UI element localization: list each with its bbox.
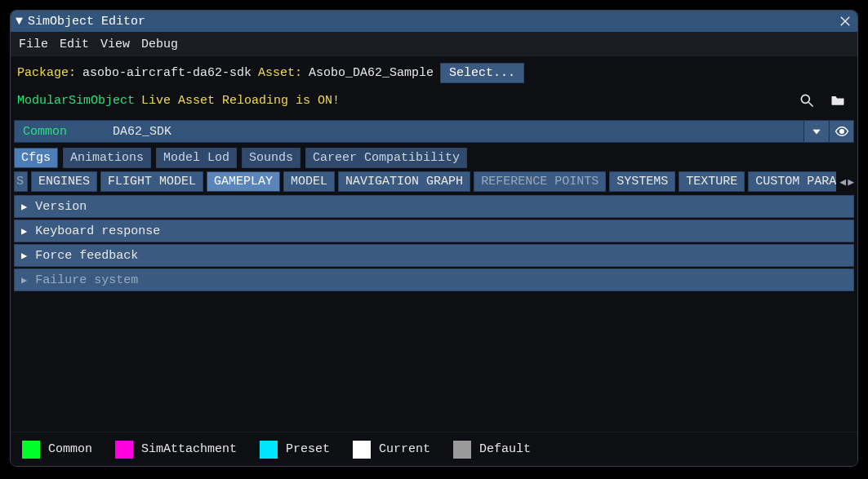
subtab-reference-points[interactable]: REFERENCE POINTS xyxy=(474,171,606,192)
subtab-engines[interactable]: ENGINES xyxy=(31,171,97,192)
menu-file[interactable]: File xyxy=(19,38,48,51)
package-label: Package: xyxy=(17,66,76,80)
editor-window: ▼ SimObject Editor File Edit View Debug … xyxy=(10,10,858,467)
expand-icon: ▶ xyxy=(21,274,27,286)
subtab-custom-parameters[interactable]: CUSTOM PARAMETERS xyxy=(748,171,836,192)
section-label: Failure system xyxy=(35,273,138,287)
tab-sounds[interactable]: Sounds xyxy=(242,148,300,168)
svg-point-0 xyxy=(801,95,809,103)
subtab-model[interactable]: MODEL xyxy=(283,171,335,192)
window-title: SimObject Editor xyxy=(28,15,145,29)
titlebar[interactable]: ▼ SimObject Editor xyxy=(11,11,857,32)
tab-animations[interactable]: Animations xyxy=(63,148,151,168)
swatch-preset xyxy=(260,441,278,459)
menu-debug[interactable]: Debug xyxy=(141,38,178,51)
close-icon xyxy=(838,13,852,29)
legend-default: Default xyxy=(453,441,531,459)
collapse-icon[interactable]: ▼ xyxy=(16,15,23,29)
legend-label: SimAttachment xyxy=(141,442,237,456)
preset-dropdown-button[interactable] xyxy=(803,121,828,142)
section-list: ▶Version▶Keyboard response▶Force feedbac… xyxy=(11,193,857,432)
section-label: Keyboard response xyxy=(35,224,160,238)
legend-current: Current xyxy=(353,441,430,459)
expand-icon: ▶ xyxy=(21,225,27,237)
section-keyboard-response[interactable]: ▶Keyboard response xyxy=(14,220,854,242)
preset-visibility-button[interactable] xyxy=(829,121,853,142)
subtab-navigation-graph[interactable]: NAVIGATION GRAPH xyxy=(338,171,470,192)
info-strip: Package: asobo-aircraft-da62-sdk Asset: … xyxy=(11,56,857,118)
search-button[interactable] xyxy=(799,92,815,109)
sub-tabstrip: SENGINESFLIGHT MODELGAMEPLAYMODELNAVIGAT… xyxy=(11,170,857,193)
asset-value: Asobo_DA62_Sample xyxy=(309,66,434,80)
modular-label: ModularSimObject xyxy=(17,94,135,108)
subtab-flight-model[interactable]: FLIGHT MODEL xyxy=(100,171,203,192)
expand-icon: ▶ xyxy=(21,250,27,262)
close-button[interactable] xyxy=(838,14,852,29)
legend-bar: CommonSimAttachmentPresetCurrentDefault xyxy=(11,432,857,466)
reload-status: Live Asset Reloading is ON! xyxy=(141,94,340,108)
menu-bar: File Edit View Debug xyxy=(11,32,857,56)
legend-label: Default xyxy=(479,442,531,456)
subtab-systems[interactable]: SYSTEMS xyxy=(609,171,675,192)
tab-career-compatibility[interactable]: Career Compatibility xyxy=(305,148,467,168)
tab-cfgs[interactable]: Cfgs xyxy=(14,148,58,168)
swatch-common xyxy=(22,441,40,459)
subtab-scroll-arrows[interactable]: ◀ ▶ xyxy=(836,175,854,188)
legend-preset: Preset xyxy=(260,441,330,459)
preset-name: DA62_SDK xyxy=(113,125,803,139)
section-failure-system[interactable]: ▶Failure system xyxy=(14,268,854,291)
search-icon xyxy=(799,92,815,109)
folder-icon xyxy=(830,92,846,109)
legend-label: Current xyxy=(379,442,430,456)
legend-label: Preset xyxy=(286,442,330,456)
swatch-default xyxy=(453,441,471,459)
section-force-feedback[interactable]: ▶Force feedback xyxy=(14,244,854,267)
scroll-left-icon[interactable]: ◀ xyxy=(839,175,846,188)
legend-simatt: SimAttachment xyxy=(115,441,237,459)
menu-view[interactable]: View xyxy=(100,38,130,51)
swatch-simatt xyxy=(115,441,133,459)
swatch-current xyxy=(353,441,371,459)
scroll-right-icon[interactable]: ▶ xyxy=(848,175,854,188)
expand-icon: ▶ xyxy=(21,201,27,213)
main-tabstrip: CfgsAnimationsModel LodSoundsCareer Comp… xyxy=(11,146,857,170)
preset-type-label: Common xyxy=(15,125,113,139)
section-version[interactable]: ▶Version xyxy=(14,195,854,218)
open-folder-button[interactable] xyxy=(830,92,846,109)
menu-edit[interactable]: Edit xyxy=(60,38,89,51)
asset-label: Asset: xyxy=(258,66,302,80)
legend-common: Common xyxy=(22,441,92,459)
svg-point-1 xyxy=(839,130,844,134)
section-label: Force feedback xyxy=(35,249,138,263)
package-value: asobo-aircraft-da62-sdk xyxy=(82,66,251,80)
chevron-down-icon xyxy=(811,126,822,137)
legend-label: Common xyxy=(48,442,92,456)
preset-selector-row: Common DA62_SDK xyxy=(14,120,854,143)
subtab-gameplay[interactable]: GAMEPLAY xyxy=(207,171,280,192)
select-asset-button[interactable]: Select... xyxy=(440,63,524,83)
eye-icon xyxy=(835,124,849,139)
subtab-overflow-left[interactable]: S xyxy=(14,171,28,192)
subtab-texture[interactable]: TEXTURE xyxy=(679,171,745,192)
tab-model-lod[interactable]: Model Lod xyxy=(156,148,237,168)
section-label: Version xyxy=(35,200,87,214)
